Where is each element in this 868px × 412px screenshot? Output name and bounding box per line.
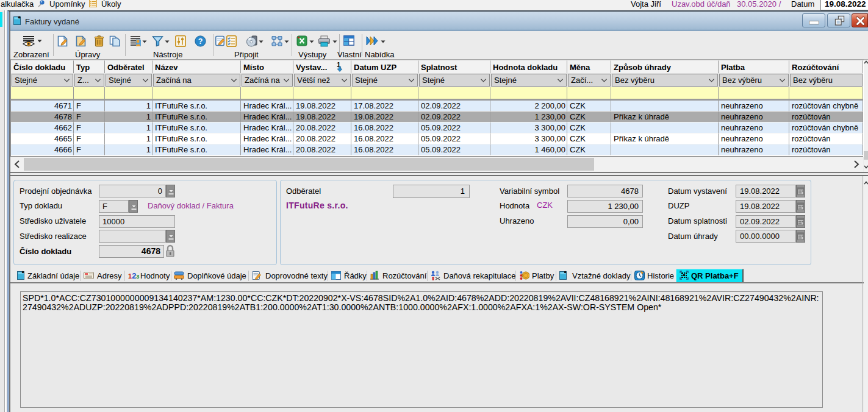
- svg-text:?: ?: [198, 37, 203, 46]
